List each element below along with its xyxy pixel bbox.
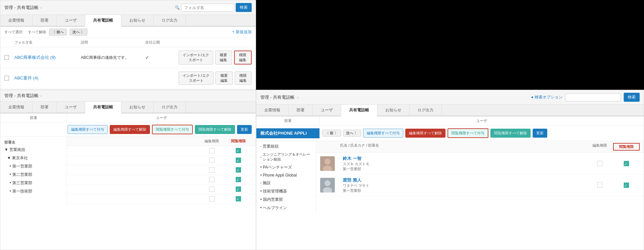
bl-tab-log[interactable]: ログ出力 <box>154 102 186 113</box>
br-dept-item-2[interactable]: › エンジニアリング＆オペレーション統括 <box>256 151 316 163</box>
user1-edit-checkbox[interactable] <box>586 161 613 166</box>
perm-row <box>67 156 256 165</box>
tab-notice[interactable]: お知らせ <box>121 15 154 26</box>
folder-search-button[interactable]: 検索 <box>236 3 252 12</box>
user2-name[interactable]: 渡部 雅人 <box>343 177 586 183</box>
row1-overview-edit-button[interactable]: 概要編集 <box>215 51 232 64</box>
bl-remove-edit-button[interactable]: 編集権限すべて解除 <box>110 125 150 134</box>
perm-row <box>67 194 256 204</box>
br-tab-shared[interactable]: 共有電話帳 <box>341 105 377 116</box>
br-next-button[interactable]: 次へ 〉 <box>343 130 361 137</box>
col-folder-name: フォルダ名 <box>14 40 81 45</box>
view-checkbox-1[interactable] <box>225 148 252 153</box>
user1-avatar <box>320 156 335 171</box>
bl-tab-notice[interactable]: お知らせ <box>121 102 154 113</box>
bl-dept-item-1[interactable]: ▼ 営業統括 <box>0 146 66 154</box>
bl-perm-buttons-row: 編集権限すべて付与 編集権限すべて解除 閲覧権限すべて付与 閲覧権限すべて解除 … <box>0 123 256 137</box>
bl-dept-item-2[interactable]: ▼ 東京本社 <box>0 154 66 162</box>
row1-permission-edit-button[interactable]: 権限編集 <box>234 51 252 64</box>
bl-section-labels: 部署 ユーザ <box>0 113 256 123</box>
br-search-input[interactable] <box>565 93 621 101</box>
select-all-link[interactable]: すべて選択 <box>4 30 23 35</box>
bottom-left-title: 管理 - 共有電話帳 <box>4 93 39 99</box>
row1-import-export-button[interactable]: インポート/エクスポート <box>179 51 213 64</box>
bl-tab-shared[interactable]: 共有電話帳 <box>85 102 121 113</box>
br-tab-log[interactable]: ログ出力 <box>410 105 442 116</box>
edit-checkbox-5[interactable] <box>198 187 225 192</box>
br-tab-company[interactable]: 企業情報 <box>256 105 289 116</box>
bottom-left-panel: 管理 - 共有電話帳 › 企業情報 部署 ユーザ 共有電話帳 お知らせ ログ出力… <box>0 90 256 250</box>
bl-grant-view-button[interactable]: 閲覧権限すべて付与 <box>152 125 193 134</box>
row1-folder-name[interactable]: ABC商事株式会社 (9) <box>14 55 81 61</box>
row1-checkbox[interactable] <box>4 55 9 60</box>
view-checkbox-3[interactable] <box>225 167 252 173</box>
br-search-button[interactable]: 検索 <box>624 93 640 102</box>
tab-company-info[interactable]: 企業情報 <box>0 15 33 26</box>
edit-checkbox-1[interactable] <box>198 148 225 153</box>
edit-checkbox-6[interactable] <box>198 196 225 201</box>
user1-name[interactable]: 鈴木 一智 <box>343 156 586 162</box>
br-grant-edit-button[interactable]: 編集権限すべて付与 <box>363 129 403 138</box>
bl-dept-item-3[interactable]: • 第一営業部 <box>0 162 66 171</box>
row2-permission-edit-button[interactable]: 権限編集 <box>235 71 252 85</box>
br-dept-item-1[interactable]: › 営業統括 <box>256 142 316 151</box>
br-dept-item-6[interactable]: • 技術管理機器 <box>256 187 316 195</box>
user1-view-checkbox[interactable] <box>613 161 640 166</box>
tab-dept[interactable]: 部署 <box>33 15 57 26</box>
bl-dept-item-4[interactable]: • 第二営業部 <box>0 171 66 179</box>
bottom-left-header: 管理 - 共有電話帳 › <box>0 90 256 102</box>
br-title: 管理 - 共有電話帳 <box>260 94 295 100</box>
bl-remove-view-button[interactable]: 閲覧権限すべて解除 <box>195 125 235 134</box>
br-update-button[interactable]: 更新 <box>533 129 547 138</box>
br-remove-edit-button[interactable]: 編集権限すべて解除 <box>405 129 446 138</box>
br-dept-item-3[interactable]: • PAベンチャーズ <box>256 163 316 172</box>
view-checkbox-6[interactable] <box>225 196 252 201</box>
br-main-content: › 営業統括 › エンジニアリング＆オペレーション統括 • PAベンチャーズ •… <box>256 141 644 213</box>
row2-overview-edit-button[interactable]: 概要編集 <box>215 71 232 85</box>
bl-tab-dept[interactable]: 部署 <box>33 102 57 113</box>
br-dept-item-5[interactable]: › 施設 <box>256 179 316 187</box>
br-prev-button[interactable]: 〈 前 〉 <box>322 130 341 137</box>
new-entry-button[interactable]: + 新規追加 <box>232 29 252 35</box>
bl-update-button[interactable]: 更新 <box>237 125 252 134</box>
view-checkbox-2[interactable] <box>225 158 252 163</box>
tab-shared-phone[interactable]: 共有電話帳 <box>85 15 121 27</box>
search-options-button[interactable]: ● 検索オプション <box>531 94 563 100</box>
bl-tab-company[interactable]: 企業情報 <box>0 102 33 113</box>
view-checkbox-5[interactable] <box>225 187 252 192</box>
br-tab-dept[interactable]: 部署 <box>289 105 313 116</box>
br-dept-item-4[interactable]: • Phone Appli Global <box>256 172 316 179</box>
prev-button[interactable]: 〈 前へ <box>49 29 67 36</box>
br-dept-item-7[interactable]: • 国内営業部 <box>256 195 316 204</box>
user2-dept: 第一営業部 <box>343 188 586 193</box>
bl-dept-item-5[interactable]: • 第三営業部 <box>0 179 66 187</box>
edit-checkbox-4[interactable] <box>198 177 225 182</box>
company-name: 株式会社PHONE APPLI <box>256 128 320 138</box>
user2-view-checkbox[interactable] <box>613 183 640 188</box>
bl-dept-item-6[interactable]: • 第一技術部 <box>0 187 66 195</box>
br-grant-view-button[interactable]: 閲覧権限すべて付与 <box>448 128 488 138</box>
row2-checkbox[interactable] <box>4 76 9 80</box>
br-tab-notice[interactable]: お知らせ <box>377 105 410 116</box>
bl-breadcrumb-arrow: › <box>41 94 42 98</box>
next-button[interactable]: 次へ 〉 <box>69 29 87 36</box>
bl-grant-edit-button[interactable]: 編集権限すべて付与 <box>67 125 108 134</box>
tab-log[interactable]: ログ出力 <box>154 15 186 26</box>
br-tab-user[interactable]: ユーザ <box>313 105 341 116</box>
col-public: 全社公開 <box>145 40 179 45</box>
bl-tab-user[interactable]: ユーザ <box>57 102 85 113</box>
br-remove-view-button[interactable]: 閲覧権限すべて解除 <box>490 129 531 138</box>
perm-row <box>67 185 256 194</box>
edit-checkbox-2[interactable] <box>198 158 225 163</box>
user2-edit-checkbox[interactable] <box>586 183 613 188</box>
row2-import-export-button[interactable]: インポート/エクスポート <box>179 71 213 85</box>
row1-actions: インポート/エクスポート 概要編集 権限編集 <box>179 51 252 64</box>
folder-search-input[interactable] <box>181 4 234 12</box>
row2-folder-name[interactable]: ABC案件 (4) <box>14 75 81 81</box>
edit-checkbox-3[interactable] <box>198 167 225 173</box>
view-checkbox-4[interactable] <box>225 177 252 182</box>
bottom-left-nav-tabs: 企業情報 部署 ユーザ 共有電話帳 お知らせ ログ出力 <box>0 102 256 113</box>
deselect-all-link[interactable]: すべて解除 <box>28 30 46 35</box>
tab-user[interactable]: ユーザ <box>57 15 85 26</box>
br-dept-item-8[interactable]: • ヘルプライン <box>256 204 316 212</box>
